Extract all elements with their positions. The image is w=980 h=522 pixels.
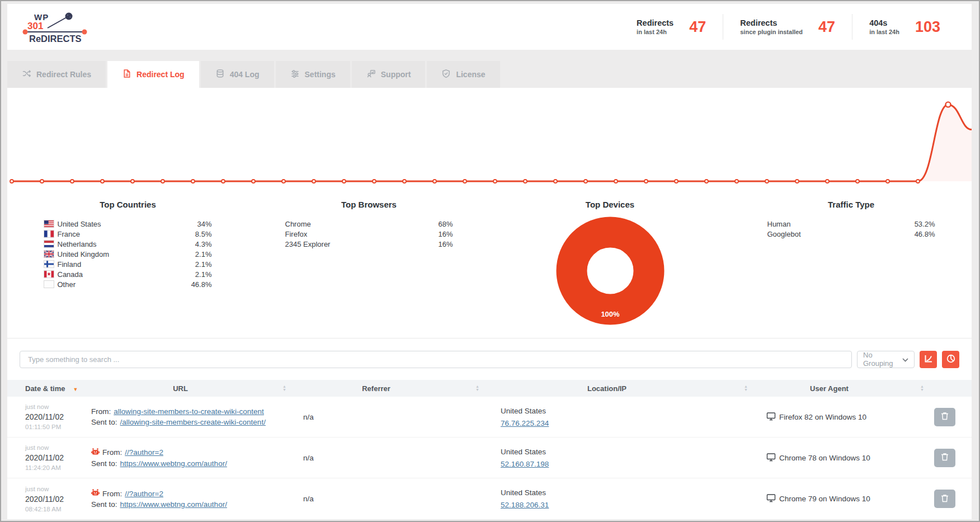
document-icon — [122, 69, 131, 80]
sent-to-label: Sent to: — [91, 418, 117, 426]
country-name: Canada — [58, 270, 83, 279]
search-input[interactable] — [20, 351, 852, 368]
chart-view-button[interactable] — [920, 351, 937, 368]
country-value: 2.1% — [195, 250, 212, 258]
row-relative-time: just now — [25, 444, 81, 451]
referrer-value: n/a — [280, 413, 473, 421]
flag-ca-icon — [44, 271, 54, 278]
tab-license[interactable]: License — [427, 61, 500, 88]
country-name: Netherlands — [58, 240, 97, 248]
traffic-value: 53.2% — [915, 220, 935, 228]
log-toolbar: No Grouping — [7, 338, 972, 380]
tab-label: Settings — [305, 70, 336, 79]
stat-title: 404s — [869, 18, 899, 27]
sort-icons[interactable]: ▲▼ — [920, 385, 924, 392]
country-name: Other — [58, 280, 76, 289]
pie-chart-icon — [946, 354, 956, 365]
stat-subtitle: since plugin installed — [740, 29, 803, 35]
row-time: 08:42:18 AM — [25, 506, 81, 512]
desktop-icon — [766, 453, 776, 463]
ip-link[interactable]: 76.76.225.234 — [501, 419, 549, 427]
from-url-link[interactable]: //?author=2 — [125, 448, 163, 457]
row-time: 01:11:50 PM — [25, 424, 81, 430]
sort-desc-icon[interactable]: ▼ — [73, 387, 78, 392]
column-header-date[interactable]: Date & time▼ — [7, 384, 81, 393]
panel-title: Top Devices — [489, 200, 731, 209]
delete-row-button[interactable] — [934, 490, 955, 508]
from-label: From: — [91, 407, 111, 416]
stat-value: 47 — [818, 18, 835, 36]
country-value: 34% — [197, 220, 211, 228]
from-url-link[interactable]: //?author=2 — [125, 490, 163, 498]
tab-label: Support — [381, 70, 411, 79]
donut-percentage-label: 100% — [601, 310, 620, 318]
browser-value: 68% — [438, 220, 453, 228]
column-header-location[interactable]: Location/IP ▲▼ — [473, 384, 741, 393]
column-header-url[interactable]: URL ▲▼ — [81, 384, 280, 393]
ip-link[interactable]: 52.188.206.31 — [501, 501, 549, 509]
user-agent-text: Firefox 82 on Windows 10 — [779, 413, 866, 421]
license-shield-icon — [441, 69, 451, 80]
trash-icon — [940, 493, 949, 505]
row-date: 2020/11/02 — [25, 495, 81, 504]
list-item: Canada 2.1% — [44, 269, 212, 279]
tab-support[interactable]: Support — [352, 61, 426, 88]
panel-title: Traffic Type — [731, 200, 972, 209]
stat-subtitle: in last 24h — [637, 29, 673, 35]
column-header-user-agent[interactable]: User Agent ▲▼ — [741, 384, 917, 393]
list-item: Other 46.8% — [44, 279, 212, 289]
country-value: 8.5% — [195, 230, 212, 238]
tab-redirect-log[interactable]: Redirect Log — [107, 61, 199, 88]
grouping-dropdown[interactable]: No Grouping — [857, 351, 915, 368]
traffic-name: Human — [767, 220, 791, 228]
country-value: 4.3% — [195, 240, 212, 248]
table-row: just now 2020/11/02 01:11:50 PM From:all… — [7, 397, 972, 438]
desktop-icon — [766, 412, 776, 422]
browser-value: 16% — [438, 240, 453, 248]
googlebot-icon — [91, 448, 100, 457]
panel-top-countries: Top Countries United States 34% France 8… — [7, 187, 248, 326]
browser-value: 16% — [438, 230, 453, 238]
list-item: 2345 Explorer 16% — [285, 239, 453, 249]
googlebot-icon — [91, 489, 100, 498]
tab-404-log[interactable]: 404 Log — [201, 61, 274, 88]
row-relative-time: just now — [25, 403, 81, 410]
flag-gb-icon — [44, 251, 54, 257]
list-item: Human 53.2% — [767, 219, 935, 229]
logo-right-dot — [82, 30, 87, 35]
tab-label: Redirect Log — [136, 70, 185, 79]
delete-row-button[interactable] — [934, 408, 955, 426]
wp301-redirects-app: WP 301 ReDIRECTS Redirects in last 24h 4… — [0, 0, 980, 522]
traffic-value: 46.8% — [915, 230, 935, 238]
location-country: United States — [501, 488, 741, 497]
pie-chart-button[interactable] — [942, 351, 959, 368]
tab-redirect-rules[interactable]: Redirect Rules — [7, 61, 106, 88]
main-panel: Top Countries United States 34% France 8… — [7, 88, 972, 519]
redirects-timeline-chart — [7, 88, 972, 187]
country-name: France — [58, 230, 80, 238]
chevron-down-icon — [902, 355, 908, 364]
list-item: Chrome 68% — [285, 219, 453, 229]
country-value: 2.1% — [195, 260, 212, 269]
table-row: just now 2020/11/02 11:24:20 AM From://?… — [7, 438, 972, 478]
referrer-value: n/a — [280, 454, 473, 462]
stat-title: Redirects — [637, 18, 673, 27]
redirect-log-table: Date & time▼ URL ▲▼ Referrer ▲▼ Location… — [7, 380, 972, 519]
country-name: United States — [58, 220, 101, 228]
tab-settings[interactable]: Settings — [276, 61, 350, 88]
desktop-icon — [766, 493, 776, 504]
sent-to-url-link[interactable]: /allowing-site-members-create-wiki-conte… — [120, 418, 266, 426]
from-url-link[interactable]: allowing-site-members-to-create-wiki-con… — [114, 407, 264, 416]
delete-row-button[interactable] — [934, 449, 955, 467]
header-stats: Redirects in last 24h 47 Redirects since… — [620, 4, 957, 50]
row-time: 11:24:20 AM — [25, 464, 81, 471]
stat-subtitle: in last 24h — [869, 29, 899, 35]
sent-to-label: Sent to: — [91, 459, 117, 468]
location-country: United States — [501, 407, 741, 415]
sent-to-url-link[interactable]: https://www.webtng.com/author/ — [120, 500, 227, 509]
column-header-referrer[interactable]: Referrer ▲▼ — [280, 384, 473, 393]
row-date: 2020/11/02 — [25, 453, 81, 462]
sent-to-url-link[interactable]: https://www.webtng.com/author/ — [120, 459, 227, 468]
stat-redirects-total: Redirects since plugin installed 47 — [723, 18, 852, 36]
ip-link[interactable]: 52.160.87.198 — [501, 460, 549, 468]
